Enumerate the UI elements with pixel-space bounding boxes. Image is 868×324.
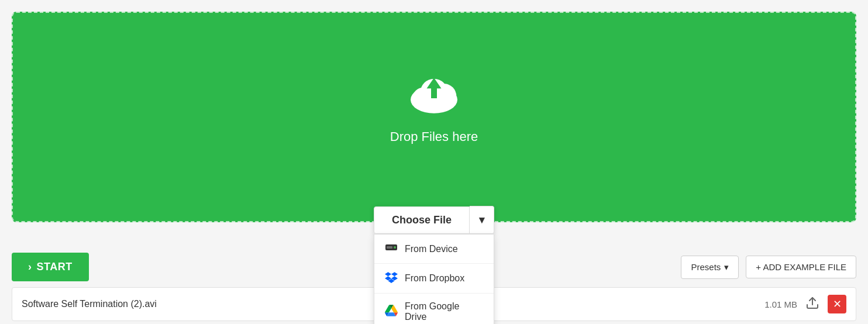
- from-dropbox-label: From Dropbox: [405, 273, 464, 284]
- start-button[interactable]: › START: [12, 253, 89, 281]
- from-google-drive-label: From Google Drive: [405, 301, 483, 322]
- choose-file-chevron-button[interactable]: ▾: [470, 206, 494, 234]
- presets-chevron-icon: ▾: [724, 262, 729, 273]
- file-upload-icon[interactable]: [805, 296, 819, 313]
- choose-file-button[interactable]: Choose File: [374, 206, 470, 234]
- file-size: 1.01 MB: [764, 299, 797, 309]
- dropbox-icon: [385, 271, 398, 285]
- from-device-label: From Device: [405, 244, 458, 254]
- file-source-dropdown: From Device From Dropbox: [374, 234, 494, 324]
- svg-point-7: [394, 246, 396, 249]
- upload-section: Drop Files here Choose File ▾: [12, 12, 856, 321]
- upload-cloud-icon: [405, 66, 463, 121]
- from-dropbox-option[interactable]: From Dropbox: [374, 264, 494, 294]
- from-device-option[interactable]: From Device: [374, 235, 494, 264]
- presets-button[interactable]: Presets ▾: [681, 256, 739, 279]
- chevron-down-icon: ▾: [479, 214, 484, 226]
- svg-rect-6: [387, 246, 392, 249]
- close-icon: ✕: [833, 298, 842, 311]
- presets-label: Presets: [691, 262, 721, 272]
- drop-zone: Drop Files here: [390, 13, 478, 174]
- drop-files-label: Drop Files here: [390, 129, 478, 144]
- right-actions: Presets ▾ + ADD EXAMPLE FILE: [681, 256, 856, 279]
- device-icon: [385, 242, 398, 256]
- choose-file-area: Choose File ▾ From Device: [374, 206, 494, 234]
- start-label: START: [37, 261, 73, 273]
- start-chevron-icon: ›: [28, 261, 32, 273]
- drop-zone-area[interactable]: Drop Files here Choose File ▾: [12, 12, 856, 222]
- choose-file-row: Choose File ▾: [374, 206, 494, 234]
- file-remove-button[interactable]: ✕: [828, 295, 846, 313]
- add-example-button[interactable]: + ADD EXAMPLE FILE: [746, 256, 856, 278]
- from-google-drive-option[interactable]: From Google Drive: [374, 294, 494, 324]
- google-drive-icon: [385, 305, 398, 319]
